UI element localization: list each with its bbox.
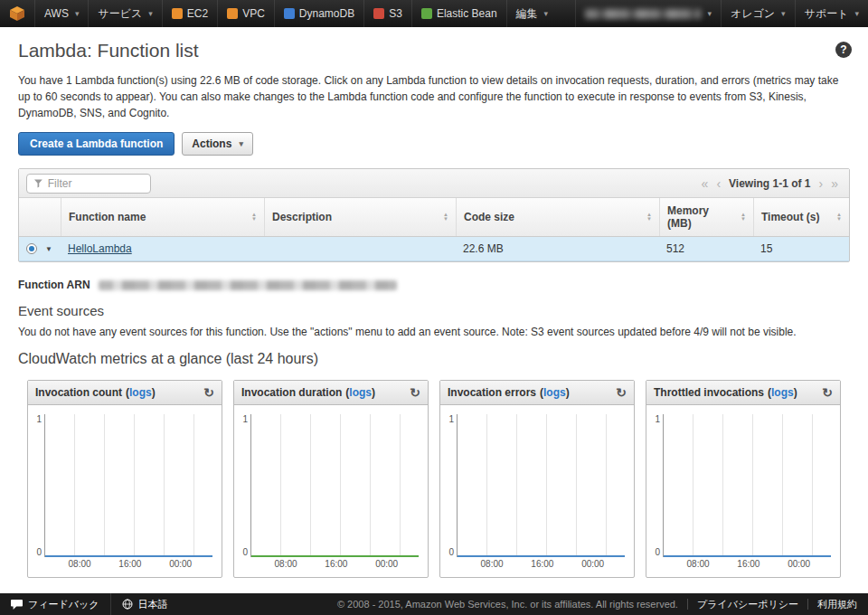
column-label: Memory (MB) bbox=[667, 204, 735, 230]
nav-shortcut-label: DynamoDB bbox=[299, 7, 354, 20]
function-arn-line: Function ARN bbox=[18, 279, 850, 291]
nav-support-menu[interactable]: サポート ▾ bbox=[795, 0, 868, 27]
sort-icon[interactable]: ▲▼ bbox=[251, 213, 257, 222]
table-toolbar: « ‹ Viewing 1-1 of 1 › » bbox=[19, 169, 849, 198]
language-button[interactable]: 日本語 bbox=[110, 593, 179, 615]
logs-link[interactable]: logs bbox=[543, 386, 566, 399]
help-icon[interactable]: ? bbox=[835, 42, 852, 58]
chart-body: 1 0 08:00 16:00 00:00 bbox=[234, 405, 428, 577]
nav-edit-label: 編集 bbox=[516, 6, 538, 22]
sort-icon[interactable]: ▲▼ bbox=[646, 213, 652, 222]
cell-code-size: 22.6 MB bbox=[456, 237, 659, 260]
chart-header: Invocation durationlogs ↻ bbox=[234, 381, 428, 405]
footer-bar: フィードバック 日本語 © 2008 - 2015, Amazon Web Se… bbox=[0, 593, 868, 615]
copyright-text: © 2008 - 2015, Amazon Web Services, Inc.… bbox=[337, 599, 678, 610]
intro-text: You have 1 Lambda function(s) using 22.6… bbox=[18, 72, 850, 121]
last-page-button[interactable]: » bbox=[831, 177, 838, 190]
caret-down-icon: ▾ bbox=[707, 9, 712, 18]
nav-shortcut-ec2[interactable]: EC2 bbox=[162, 0, 217, 27]
nav-shortcut-elastic-beanstalk[interactable]: Elastic Bean bbox=[411, 0, 506, 27]
dynamodb-icon bbox=[284, 8, 295, 19]
filter-input[interactable] bbox=[48, 177, 143, 190]
x-axis-labels: 08:00 16:00 00:00 bbox=[250, 559, 419, 573]
toolbar: Create a Lambda function Actions ▾ bbox=[18, 132, 850, 156]
y-axis-labels: 1 0 bbox=[240, 414, 250, 557]
chart-data-line bbox=[458, 555, 625, 557]
caret-down-icon: ▾ bbox=[75, 9, 80, 18]
column-header-function-name[interactable]: Function name ▲▼ bbox=[61, 198, 264, 236]
sort-icon[interactable]: ▲▼ bbox=[741, 213, 746, 222]
pagination: « ‹ Viewing 1-1 of 1 › » bbox=[702, 177, 842, 190]
nav-shortcut-label: S3 bbox=[389, 7, 402, 20]
radio-dot bbox=[29, 246, 34, 251]
row-expand-caret-icon[interactable]: ▼ bbox=[45, 245, 52, 253]
chart-title: Invocation errorslogs bbox=[448, 386, 570, 399]
top-navigation-bar: AWS ▾ サービス ▾ EC2 VPC DynamoDB S3 Elastic… bbox=[0, 0, 868, 27]
y-axis-labels: 1 0 bbox=[33, 414, 44, 557]
cloudwatch-metrics-heading: CloudWatch metrics at a glance (last 24 … bbox=[18, 351, 850, 367]
chart-panel-invocation-count: Invocation countlogs ↻ 1 0 08:00 16:00 bbox=[27, 380, 222, 578]
nav-shortcut-dynamodb[interactable]: DynamoDB bbox=[274, 0, 363, 27]
feedback-label: フィードバック bbox=[28, 598, 99, 611]
function-arn-label: Function ARN bbox=[18, 279, 90, 291]
column-header-memory[interactable]: Memory (MB) ▲▼ bbox=[659, 198, 753, 236]
filter-funnel-icon bbox=[34, 179, 42, 188]
table-row[interactable]: ▼ HelloLambda 22.6 MB 512 15 bbox=[19, 237, 849, 261]
aws-cube-logo-icon bbox=[9, 5, 25, 22]
sort-icon[interactable]: ▲▼ bbox=[836, 213, 842, 222]
function-table: « ‹ Viewing 1-1 of 1 › » Function name ▲… bbox=[18, 168, 850, 262]
nav-shortcut-s3[interactable]: S3 bbox=[363, 0, 411, 27]
terms-link[interactable]: 利用規約 bbox=[817, 598, 857, 611]
function-name-link[interactable]: HelloLambda bbox=[68, 242, 132, 255]
redacted-arn-value bbox=[99, 280, 397, 290]
chart-body: 1 0 08:00 16:00 00:00 bbox=[646, 405, 840, 577]
chart-panel-invocation-errors: Invocation errorslogs ↻ 1 0 08:00 16:00 bbox=[439, 380, 635, 578]
y-axis-labels: 1 0 bbox=[446, 414, 457, 557]
logs-link[interactable]: logs bbox=[771, 386, 794, 399]
refresh-icon[interactable]: ↻ bbox=[203, 386, 214, 399]
nav-right-group: ▾ オレゴン ▾ サポート ▾ bbox=[575, 0, 868, 27]
feedback-button[interactable]: フィードバック bbox=[0, 593, 110, 615]
prev-page-button[interactable]: ‹ bbox=[716, 177, 721, 190]
nav-region-menu[interactable]: オレゴン ▾ bbox=[721, 0, 795, 27]
column-header-code-size[interactable]: Code size ▲▼ bbox=[456, 198, 659, 236]
y-axis-labels: 1 0 bbox=[652, 414, 663, 557]
nav-aws-menu[interactable]: AWS ▾ bbox=[34, 0, 88, 27]
x-axis-labels: 08:00 16:00 00:00 bbox=[44, 559, 212, 573]
chart-body: 1 0 08:00 16:00 00:00 bbox=[28, 405, 222, 577]
privacy-policy-link[interactable]: プライバシーポリシー bbox=[697, 598, 798, 611]
metrics-charts-row: Invocation countlogs ↻ 1 0 08:00 16:00 bbox=[27, 380, 841, 578]
sort-icon[interactable]: ▲▼ bbox=[443, 213, 448, 222]
caret-down-icon: ▾ bbox=[781, 9, 786, 18]
actions-button[interactable]: Actions ▾ bbox=[182, 132, 253, 156]
column-header-description[interactable]: Description ▲▼ bbox=[264, 198, 456, 236]
nav-services-label: サービス bbox=[98, 6, 142, 22]
nav-account-menu[interactable]: ▾ bbox=[575, 0, 721, 27]
aws-console-home[interactable] bbox=[0, 0, 34, 27]
nav-shortcut-vpc[interactable]: VPC bbox=[217, 0, 274, 27]
next-page-button[interactable]: › bbox=[819, 177, 824, 190]
chart-data-line bbox=[45, 555, 212, 557]
nav-support-label: サポート bbox=[805, 6, 849, 22]
refresh-icon[interactable]: ↻ bbox=[410, 386, 420, 399]
create-lambda-function-button[interactable]: Create a Lambda function bbox=[18, 132, 175, 156]
chart-plot-area bbox=[457, 414, 625, 557]
refresh-icon[interactable]: ↻ bbox=[616, 386, 627, 399]
logs-link[interactable]: logs bbox=[349, 386, 372, 399]
logs-link[interactable]: logs bbox=[129, 386, 152, 399]
column-header-timeout[interactable]: Timeout (s) ▲▼ bbox=[753, 198, 849, 236]
chart-plot-area bbox=[663, 414, 831, 557]
filter-box[interactable] bbox=[26, 174, 151, 194]
event-sources-text: You do not have any event sources for th… bbox=[18, 326, 850, 338]
nav-shortcut-label: EC2 bbox=[187, 7, 208, 20]
nav-services-menu[interactable]: サービス ▾ bbox=[88, 0, 161, 27]
first-page-button[interactable]: « bbox=[702, 177, 709, 190]
chart-title: Throttled invocationslogs bbox=[654, 386, 797, 399]
s3-icon bbox=[373, 8, 384, 19]
refresh-icon[interactable]: ↻ bbox=[822, 386, 833, 399]
nav-shortcut-label: VPC bbox=[242, 7, 265, 20]
row-radio-selected[interactable] bbox=[26, 243, 37, 254]
cell-description bbox=[264, 243, 456, 254]
column-label: Timeout (s) bbox=[761, 211, 819, 223]
nav-edit-menu[interactable]: 編集 ▾ bbox=[506, 0, 558, 27]
